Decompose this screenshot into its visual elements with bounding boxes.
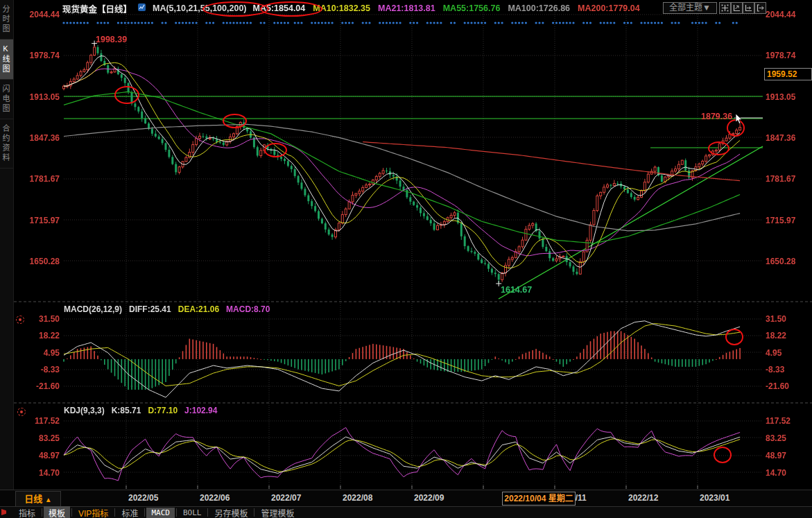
annotation-circle-9 — [714, 447, 732, 463]
date-label-5: 2022/09 — [414, 493, 444, 503]
bottom-tab-5[interactable]: MACD — [146, 508, 175, 518]
kdj-panel-settings-icon[interactable] — [17, 408, 26, 416]
bottom-tab-2[interactable]: 模板 — [44, 506, 70, 518]
tab-separator — [144, 508, 145, 517]
timeline-strip: 日线 ▲ 2022/052022/062022/072022/082022/09… — [0, 490, 812, 507]
price-axis-label-right-5: 1781.67 — [766, 174, 795, 184]
date-label-3: 2022/07 — [271, 493, 301, 503]
sidebar-tab-3[interactable]: 闪电图 — [0, 80, 13, 119]
popout-tool-icon[interactable] — [754, 2, 766, 14]
macd-axis-label-right-5: -21.60 — [766, 381, 789, 391]
annotation-circle-1 — [202, 1, 269, 17]
date-label-1: 2022/05 — [128, 493, 158, 503]
price-axis-label-right-4: 1847.36 — [766, 133, 795, 143]
tab-separator — [114, 508, 115, 517]
macd-panel-settings-icon[interactable] — [16, 316, 24, 324]
macd-panel-header: MACD(26,12,9) DIFF:25.41 DEA:21.06 MACD:… — [64, 304, 270, 314]
peak-price-annotation: 1998.39 — [96, 35, 127, 44]
macd-macd-value: MACD:8.70 — [226, 304, 270, 314]
macd-axis-label-right-2: 18.22 — [766, 331, 786, 340]
price-axis-label-right-7: 1650.28 — [766, 257, 795, 266]
crosshair-date-tooltip: 2022/10/04 星期二 — [502, 492, 576, 506]
axis-pan-tool-icon[interactable] — [743, 2, 754, 14]
tab-separator — [176, 508, 177, 517]
period-selector[interactable]: 日线 ▲ — [15, 491, 61, 507]
crosshair-tool-icon[interactable] — [719, 2, 731, 14]
kdj-axis-label-right-4: 14.70 — [766, 468, 786, 478]
annotation-circle-4 — [223, 114, 247, 128]
bottom-tab-bar: 指标模板VIP指标标准MACDBOLL另存模板管理模板 — [0, 506, 812, 518]
axis-scale-tool-icon[interactable] — [731, 2, 743, 14]
price-axis-label-right-3: 1913.05 — [766, 92, 795, 102]
tab-separator — [42, 508, 42, 517]
signal-chart-icon — [138, 3, 146, 14]
date-label-4: 2022/08 — [343, 493, 372, 503]
bottom-tab-3[interactable]: VIP指标 — [74, 506, 113, 518]
bottom-tab-4[interactable]: 标准 — [116, 506, 143, 518]
kdj-d-value: D:77.10 — [148, 406, 178, 415]
recent-high-annotation: 1879.36 — [701, 112, 732, 121]
date-label-7: 2022/12 — [628, 493, 658, 503]
ma-value-4: MA55:1756.76 — [443, 3, 501, 13]
ma-value-3: MA21:1813.81 — [378, 3, 435, 13]
kdj-k-value: K:85.71 — [112, 406, 141, 415]
price-axis-label-right-1: 2044.44 — [766, 10, 795, 19]
price-axis-label-right-6: 1715.97 — [766, 216, 795, 225]
macd-axis-label-right-3: 4.95 — [766, 348, 781, 358]
ma-value-5: MA100:1726.86 — [508, 3, 570, 13]
bottom-price-annotation: 1614.67 — [501, 285, 532, 295]
current-price-tag: 1959.52 — [764, 68, 812, 80]
kdj-panel-header: KDJ(9,3,3) K:85.71 D:77.10 J:102.94 — [64, 406, 217, 415]
annotation-circle-8 — [725, 329, 743, 345]
sidebar-tab-4[interactable]: 合约资料 — [0, 119, 13, 169]
period-label: 日线 — [24, 494, 42, 504]
kdj-axis-label-right-3: 48.97 — [766, 451, 786, 460]
macd-dea-value: DEA:21.06 — [178, 304, 219, 314]
kdj-j-value: J:102.94 — [184, 406, 217, 415]
sidebar-tab-2[interactable]: K线图 — [0, 40, 13, 80]
kdj-axis-label-right-2: 83.25 — [766, 433, 786, 443]
tab-separator — [207, 508, 208, 517]
annotation-circle-7 — [708, 141, 729, 155]
macd-diff-value: DIFF:25.41 — [129, 304, 171, 314]
theme-dropdown-button[interactable]: 全部主题▼ — [663, 2, 717, 14]
date-label-2: 2022/06 — [200, 493, 230, 503]
bottom-tab-7[interactable]: 另存模板 — [209, 506, 252, 518]
period-arrow-icon: ▲ — [45, 496, 52, 503]
annotation-circle-2 — [260, 1, 322, 17]
macd-axis-label-right-1: 31.50 — [766, 314, 786, 324]
tab-separator — [71, 508, 72, 517]
macd-title: MACD(26,12,9) — [64, 304, 122, 314]
main-chart-canvas[interactable] — [0, 0, 812, 490]
mouse-cursor-icon — [735, 114, 743, 128]
chart-header: 现货黄金【日线】 MA(5,10,21,55,100,200) MA5:1854… — [62, 2, 640, 15]
ma-value-6: MA200:1779.04 — [578, 3, 640, 13]
kdj-axis-label-right-1: 117.52 — [766, 416, 791, 426]
date-label-8: 2023/01 — [700, 493, 729, 503]
symbol-title: 现货黄金【日线】 — [62, 2, 132, 15]
price-axis-label-right-2: 1978.74 — [766, 51, 795, 60]
annotation-circle-5 — [264, 143, 287, 157]
bottom-tab-6[interactable]: BOLL — [178, 508, 207, 518]
bottom-tab-1[interactable]: 指标 — [14, 506, 40, 518]
macd-axis-label-right-4: -8.33 — [766, 365, 784, 374]
kdj-title: KDJ(9,3,3) — [64, 406, 105, 415]
tab-separator — [254, 508, 254, 517]
chart-application: 分时图K线图闪电图合约资料 现货黄金【日线】 MA(5,10,21,55,100… — [0, 0, 812, 518]
annotation-circle-3 — [114, 86, 139, 104]
left-sidebar: 分时图K线图闪电图合约资料 — [0, 0, 14, 490]
sidebar-tab-1[interactable]: 分时图 — [0, 0, 13, 40]
bottom-tab-8[interactable]: 管理模板 — [256, 506, 299, 518]
